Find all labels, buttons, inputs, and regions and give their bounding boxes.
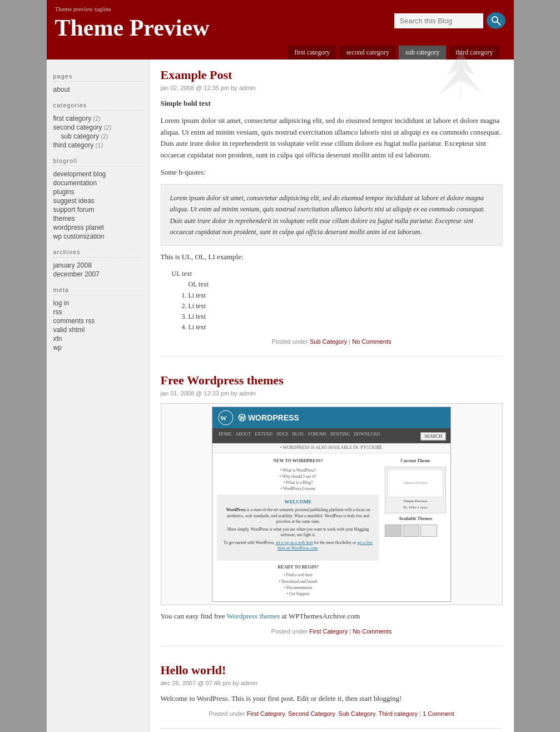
- wp-logo-icon: W: [218, 410, 234, 426]
- sidebar-blogroll-5[interactable]: themes: [53, 214, 142, 223]
- categories-list: first category (2) second category (2) s…: [53, 114, 142, 150]
- post-cat-link-0[interactable]: Sub Category: [310, 338, 347, 345]
- post-footer-2: Posted under First Category, Second Cate…: [161, 710, 503, 717]
- ol-item: OL text: [189, 279, 503, 290]
- svg-line-1: [497, 22, 500, 25]
- search-input[interactable]: [394, 13, 483, 28]
- post-cat-link-1[interactable]: First Category: [309, 628, 348, 635]
- hw-cat-4[interactable]: Third category: [379, 710, 418, 717]
- search-button[interactable]: [487, 12, 506, 29]
- post-title-link-1[interactable]: Free Wordpress themes: [161, 373, 284, 387]
- sidebar-meta-0[interactable]: log in: [53, 299, 142, 308]
- post-title-link-2[interactable]: Hello world!: [161, 663, 226, 677]
- sidebar-blogroll-1[interactable]: documentation: [53, 179, 142, 187]
- post-body-p1: Lorem ipsum dolor sit amet, consectetur …: [161, 115, 503, 161]
- post-footer-1: Posted under First Category | No Comment…: [161, 628, 503, 635]
- sidebar-blogroll-6[interactable]: wordpress planet: [53, 223, 142, 232]
- ul-item: UL text: [172, 269, 503, 279]
- archives-heading: archives: [53, 249, 142, 258]
- post-footer-0: Posted under Sub Category | No Comments: [161, 338, 503, 345]
- tab-first-category[interactable]: first category: [288, 46, 337, 60]
- wp-screenshot: W Ⓦ WORDPRESS HOME ABOUT EXTEND DOCS BLO…: [161, 403, 503, 605]
- hw-cat-1[interactable]: First Category: [247, 710, 285, 717]
- pages-list: about: [53, 85, 142, 94]
- sidebar-meta-3[interactable]: valid xhtml: [53, 325, 142, 334]
- site-tagline: Theme preview tagline: [55, 6, 506, 12]
- sidebar-cat-second[interactable]: second category (2): [53, 123, 142, 132]
- post-comments-link-1[interactable]: No Comments: [353, 628, 391, 635]
- li-item-1: Li text: [189, 290, 503, 301]
- post-meta-1: jan 01, 2008 @ 12:33 pm by admin: [161, 390, 503, 397]
- sidebar-blogroll-0[interactable]: development blog: [53, 170, 142, 179]
- post-title-2: Hello world!: [161, 663, 503, 677]
- search-icon: [490, 15, 502, 26]
- post-wp-themes: Free Wordpress themes jan 01, 2008 @ 12:…: [161, 373, 503, 646]
- post-blockquote: Lorem ipsum dolor sit amet, consectetur …: [161, 184, 503, 246]
- sidebar-blogroll-3[interactable]: suggest ideas: [53, 196, 142, 205]
- hw-cat-3[interactable]: Sub Category: [338, 710, 375, 717]
- list-intro: This is UL, OL, LI example:: [161, 251, 503, 263]
- post-title-link-0[interactable]: Example Post: [161, 68, 232, 82]
- post-bold-intro: Simple bold text: [161, 99, 211, 107]
- sidebar-meta-1[interactable]: rss: [53, 308, 142, 316]
- meta-list: log in rss comments rss valid xhtml xfn …: [53, 299, 142, 352]
- pages-heading: pages: [53, 73, 142, 82]
- hw-cat-2[interactable]: Second Category: [288, 710, 335, 717]
- archives-list: january 2008 december 2007: [53, 261, 142, 279]
- tab-second-category[interactable]: second category: [339, 46, 396, 60]
- bquote-intro: Some b-quotes:: [161, 167, 503, 179]
- sidebar-archive-0[interactable]: january 2008: [53, 261, 142, 270]
- hw-comments[interactable]: 1 Comment: [423, 710, 454, 717]
- post-meta-2: dec 26, 2007 @ 07:46 pm by admin: [161, 680, 503, 686]
- svg-text:W: W: [220, 414, 227, 422]
- sidebar-blogroll-7[interactable]: wp customization: [53, 232, 142, 241]
- svg-point-0: [492, 17, 498, 22]
- categories-heading: categories: [53, 102, 142, 111]
- sidebar-archive-1[interactable]: december 2007: [53, 270, 142, 279]
- sidebar-meta-5[interactable]: wp: [53, 343, 142, 352]
- post-comments-link-0[interactable]: No Comments: [352, 338, 391, 345]
- sidebar-page-about[interactable]: about: [53, 85, 142, 94]
- header-decoration: [417, 44, 506, 108]
- sidebar-cat-sub[interactable]: sub category (2): [61, 132, 142, 141]
- li-item-3: Li text: [189, 311, 503, 322]
- sidebar-cat-first[interactable]: first category (2): [53, 114, 142, 123]
- post-body-hello: Welcome to WordPress. This is your first…: [161, 693, 503, 705]
- post-example: Example Post jan 02, 2008 @ 12:35 pm by …: [161, 68, 503, 357]
- sidebar-blogroll-2[interactable]: plugins: [53, 187, 142, 196]
- sidebar-meta-2[interactable]: comments rss: [53, 316, 142, 325]
- li-item-2: Li text: [189, 301, 503, 311]
- meta-heading: meta: [53, 286, 142, 295]
- blogroll-list: development blog documentation plugins s…: [53, 170, 142, 241]
- wp-themes-link[interactable]: Wordpress themes: [227, 612, 280, 620]
- sidebar-blogroll-4[interactable]: support forum: [53, 205, 142, 214]
- post-body-2: You can easy find free Wordpress themes …: [161, 611, 503, 622]
- sidebar-meta-4[interactable]: xfn: [53, 334, 142, 343]
- li-item-4: Li text: [189, 322, 503, 333]
- blogroll-heading: blogroll: [53, 157, 142, 166]
- ul-example: UL text: [172, 269, 503, 279]
- ol-example: OL text Li text Li text Li text Li text: [189, 279, 503, 333]
- post-hello-world: Hello world! dec 26, 2007 @ 07:46 pm by …: [161, 663, 503, 729]
- post-title-1: Free Wordpress themes: [161, 373, 503, 388]
- sidebar-cat-third[interactable]: third category (1): [53, 141, 142, 150]
